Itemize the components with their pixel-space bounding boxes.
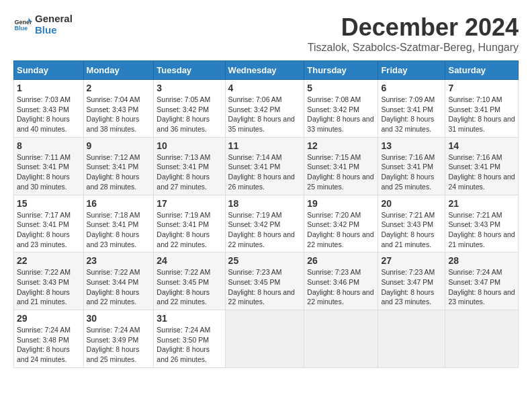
day-number: 7: [448, 83, 515, 93]
main-title: December 2024: [308, 13, 519, 42]
day-number: 1: [17, 83, 81, 93]
day-number: 23: [87, 255, 151, 266]
calendar-cell: 26Sunrise: 7:23 AMSunset: 3:46 PMDayligh…: [304, 253, 378, 310]
day-number: 26: [307, 255, 375, 266]
calendar-header: SundayMondayTuesdayWednesdayThursdayFrid…: [14, 61, 519, 80]
day-number: 9: [87, 140, 151, 151]
day-info: Sunrise: 7:24 AMSunset: 3:48 PMDaylight:…: [17, 326, 71, 363]
day-info: Sunrise: 7:24 AMSunset: 3:49 PMDaylight:…: [87, 326, 140, 363]
header-cell-monday: Monday: [83, 61, 154, 80]
day-info: Sunrise: 7:23 AMSunset: 3:45 PMDaylight:…: [228, 268, 295, 306]
calendar-cell: 12Sunrise: 7:15 AMSunset: 3:41 PMDayligh…: [304, 137, 378, 195]
calendar-week-row: 15Sunrise: 7:17 AMSunset: 3:41 PMDayligh…: [14, 195, 519, 253]
day-info: Sunrise: 7:12 AMSunset: 3:41 PMDaylight:…: [87, 153, 140, 191]
calendar-table: SundayMondayTuesdayWednesdayThursdayFrid…: [13, 60, 519, 368]
calendar-cell: 29Sunrise: 7:24 AMSunset: 3:48 PMDayligh…: [14, 310, 84, 368]
day-number: 19: [307, 198, 375, 209]
day-info: Sunrise: 7:24 AMSunset: 3:50 PMDaylight:…: [157, 326, 210, 363]
day-number: 14: [448, 140, 515, 151]
day-info: Sunrise: 7:23 AMSunset: 3:47 PMDaylight:…: [381, 268, 435, 306]
subtitle: Tiszalok, Szabolcs-Szatmar-Bereg, Hungar…: [308, 42, 519, 54]
day-number: 6: [381, 83, 442, 93]
day-info: Sunrise: 7:22 AMSunset: 3:44 PMDaylight:…: [87, 268, 140, 306]
logo-blue: Blue: [35, 25, 73, 36]
day-number: 18: [228, 198, 302, 209]
calendar-cell: [304, 310, 378, 368]
calendar-cell: 11Sunrise: 7:14 AMSunset: 3:41 PMDayligh…: [225, 137, 304, 195]
calendar-cell: 28Sunrise: 7:24 AMSunset: 3:47 PMDayligh…: [445, 253, 519, 310]
calendar-cell: 9Sunrise: 7:12 AMSunset: 3:41 PMDaylight…: [83, 137, 154, 195]
logo: General Blue General Blue: [13, 13, 73, 36]
calendar-cell: [225, 310, 304, 368]
day-number: 4: [228, 83, 302, 93]
day-number: 11: [228, 140, 302, 151]
day-info: Sunrise: 7:23 AMSunset: 3:46 PMDaylight:…: [307, 268, 373, 306]
calendar-cell: 1Sunrise: 7:03 AMSunset: 3:43 PMDaylight…: [14, 80, 84, 138]
day-info: Sunrise: 7:16 AMSunset: 3:41 PMDaylight:…: [381, 153, 435, 191]
day-number: 8: [17, 140, 81, 151]
day-info: Sunrise: 7:15 AMSunset: 3:41 PMDaylight:…: [307, 153, 373, 191]
day-number: 24: [157, 255, 222, 266]
calendar-cell: 13Sunrise: 7:16 AMSunset: 3:41 PMDayligh…: [378, 137, 445, 195]
day-number: 10: [157, 140, 222, 151]
calendar-cell: 6Sunrise: 7:09 AMSunset: 3:41 PMDaylight…: [378, 80, 445, 138]
day-info: Sunrise: 7:03 AMSunset: 3:43 PMDaylight:…: [17, 95, 71, 133]
title-area: December 2024 Tiszalok, Szabolcs-Szatmar…: [308, 13, 519, 54]
header: General Blue General Blue December 2024 …: [13, 13, 519, 54]
calendar-cell: 4Sunrise: 7:06 AMSunset: 3:42 PMDaylight…: [225, 80, 304, 138]
calendar-week-row: 8Sunrise: 7:11 AMSunset: 3:41 PMDaylight…: [14, 137, 519, 195]
day-info: Sunrise: 7:06 AMSunset: 3:42 PMDaylight:…: [228, 95, 295, 133]
day-number: 3: [157, 83, 222, 93]
day-info: Sunrise: 7:19 AMSunset: 3:42 PMDaylight:…: [228, 211, 295, 248]
day-info: Sunrise: 7:19 AMSunset: 3:41 PMDaylight:…: [157, 211, 210, 248]
day-number: 27: [381, 255, 442, 266]
calendar-cell: 7Sunrise: 7:10 AMSunset: 3:41 PMDaylight…: [445, 80, 519, 138]
header-cell-thursday: Thursday: [304, 61, 378, 80]
day-info: Sunrise: 7:08 AMSunset: 3:42 PMDaylight:…: [307, 95, 373, 133]
calendar-cell: 24Sunrise: 7:22 AMSunset: 3:45 PMDayligh…: [154, 253, 225, 310]
day-number: 12: [307, 140, 375, 151]
day-number: 2: [87, 83, 151, 93]
calendar-week-row: 22Sunrise: 7:22 AMSunset: 3:43 PMDayligh…: [14, 253, 519, 310]
calendar-cell: 30Sunrise: 7:24 AMSunset: 3:49 PMDayligh…: [83, 310, 154, 368]
day-info: Sunrise: 7:20 AMSunset: 3:42 PMDaylight:…: [307, 211, 373, 248]
day-info: Sunrise: 7:13 AMSunset: 3:41 PMDaylight:…: [157, 153, 210, 191]
header-cell-sunday: Sunday: [14, 61, 84, 80]
calendar-cell: 19Sunrise: 7:20 AMSunset: 3:42 PMDayligh…: [304, 195, 378, 253]
day-info: Sunrise: 7:24 AMSunset: 3:47 PMDaylight:…: [448, 268, 515, 306]
day-number: 15: [17, 198, 81, 209]
calendar-cell: 18Sunrise: 7:19 AMSunset: 3:42 PMDayligh…: [225, 195, 304, 253]
calendar-cell: 21Sunrise: 7:21 AMSunset: 3:43 PMDayligh…: [445, 195, 519, 253]
day-number: 30: [87, 313, 151, 324]
day-number: 22: [17, 255, 81, 266]
calendar-week-row: 29Sunrise: 7:24 AMSunset: 3:48 PMDayligh…: [14, 310, 519, 368]
calendar-cell: 23Sunrise: 7:22 AMSunset: 3:44 PMDayligh…: [83, 253, 154, 310]
calendar-cell: 14Sunrise: 7:16 AMSunset: 3:41 PMDayligh…: [445, 137, 519, 195]
calendar-body: 1Sunrise: 7:03 AMSunset: 3:43 PMDaylight…: [14, 80, 519, 368]
day-info: Sunrise: 7:11 AMSunset: 3:41 PMDaylight:…: [17, 153, 71, 191]
calendar-cell: 22Sunrise: 7:22 AMSunset: 3:43 PMDayligh…: [14, 253, 84, 310]
day-number: 25: [228, 255, 302, 266]
day-number: 20: [381, 198, 442, 209]
calendar-cell: 31Sunrise: 7:24 AMSunset: 3:50 PMDayligh…: [154, 310, 225, 368]
day-info: Sunrise: 7:16 AMSunset: 3:41 PMDaylight:…: [448, 153, 515, 191]
day-info: Sunrise: 7:14 AMSunset: 3:41 PMDaylight:…: [228, 153, 295, 191]
header-cell-wednesday: Wednesday: [225, 61, 304, 80]
calendar-cell: 25Sunrise: 7:23 AMSunset: 3:45 PMDayligh…: [225, 253, 304, 310]
day-number: 5: [307, 83, 375, 93]
calendar-cell: 27Sunrise: 7:23 AMSunset: 3:47 PMDayligh…: [378, 253, 445, 310]
calendar-cell: 10Sunrise: 7:13 AMSunset: 3:41 PMDayligh…: [154, 137, 225, 195]
calendar-cell: 17Sunrise: 7:19 AMSunset: 3:41 PMDayligh…: [154, 195, 225, 253]
calendar-cell: [378, 310, 445, 368]
header-cell-saturday: Saturday: [445, 61, 519, 80]
day-info: Sunrise: 7:04 AMSunset: 3:43 PMDaylight:…: [87, 95, 140, 133]
calendar-cell: 16Sunrise: 7:18 AMSunset: 3:41 PMDayligh…: [83, 195, 154, 253]
calendar-cell: [445, 310, 519, 368]
logo-general: General: [35, 13, 73, 25]
calendar-cell: 5Sunrise: 7:08 AMSunset: 3:42 PMDaylight…: [304, 80, 378, 138]
day-info: Sunrise: 7:10 AMSunset: 3:41 PMDaylight:…: [448, 95, 515, 133]
calendar-cell: 8Sunrise: 7:11 AMSunset: 3:41 PMDaylight…: [14, 137, 84, 195]
day-info: Sunrise: 7:17 AMSunset: 3:41 PMDaylight:…: [17, 211, 71, 248]
day-info: Sunrise: 7:22 AMSunset: 3:45 PMDaylight:…: [157, 268, 210, 306]
header-cell-friday: Friday: [378, 61, 445, 80]
